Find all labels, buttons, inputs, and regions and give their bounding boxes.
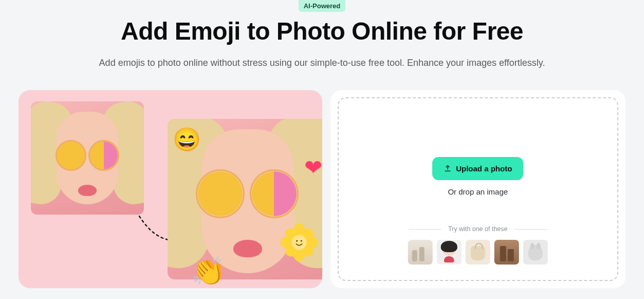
laughing-emoji-icon: 😄 <box>173 126 201 153</box>
ai-badge: AI-Powered <box>299 0 346 12</box>
samples-label: Try with one of these <box>441 225 515 233</box>
sample-cat[interactable] <box>523 240 548 265</box>
svg-point-8 <box>292 235 307 250</box>
sample-woman-portrait[interactable] <box>437 240 462 265</box>
flower-emoji-icon <box>281 224 318 263</box>
dropzone[interactable]: Upload a photo Or drop an image Try with… <box>338 97 619 281</box>
upload-button[interactable]: Upload a photo <box>432 157 523 180</box>
upload-panel: Upload a photo Or drop an image Try with… <box>330 90 626 288</box>
demo-original-image <box>31 101 144 215</box>
samples-section: Try with one of these <box>339 225 618 265</box>
upload-button-label: Upload a photo <box>456 164 512 173</box>
page-title: Add Emoji to Photo Online for Free <box>0 17 644 45</box>
upload-icon <box>444 164 452 172</box>
sample-coffee-cups[interactable] <box>494 240 519 265</box>
drop-hint: Or drop an image <box>448 187 508 196</box>
page-subtitle: Add emojis to photo online without stres… <box>0 58 644 68</box>
sample-cosmetics[interactable] <box>408 240 433 265</box>
demo-panel: 😄 ❤ 👏 <box>19 90 322 288</box>
heart-emoji-icon: ❤ <box>304 155 322 180</box>
clapping-emoji-icon: 👏 <box>191 255 226 287</box>
sample-handbag[interactable] <box>466 240 490 265</box>
